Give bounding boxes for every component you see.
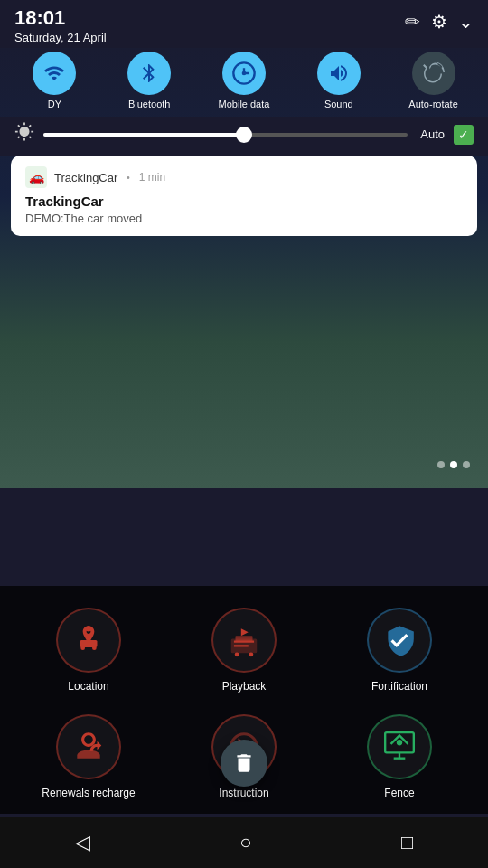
notif-body: DEMO:The car moved — [25, 212, 463, 225]
tile-bluetooth[interactable]: Bluetooth — [117, 52, 181, 109]
renewals-icon — [56, 714, 121, 779]
status-time: 18:01 — [14, 7, 107, 29]
app-fence-label: Fence — [384, 787, 414, 799]
svg-point-5 — [92, 646, 97, 650]
app-fortification[interactable]: Fortification — [329, 608, 470, 693]
svg-rect-9 — [236, 636, 253, 641]
back-button[interactable]: ◁ — [57, 824, 108, 862]
tile-sound-label: Sound — [324, 99, 353, 109]
delete-fab[interactable] — [221, 740, 267, 787]
dot-1 — [437, 461, 445, 468]
status-date: Saturday, 21 April — [14, 31, 107, 44]
dot-2 — [450, 461, 457, 468]
tile-wifi-label: DY — [48, 99, 61, 109]
top-panel: 18:01 Saturday, 21 April ✏ ⚙ ⌄ DY — [0, 0, 488, 236]
svg-marker-10 — [241, 628, 249, 636]
fence-icon — [367, 714, 432, 779]
status-bar: 18:01 Saturday, 21 April ✏ ⚙ ⌄ — [0, 0, 488, 48]
tile-wifi[interactable]: DY — [23, 52, 86, 109]
nav-bar: ◁ ○ □ — [0, 817, 488, 868]
app-fence[interactable]: Fence — [329, 714, 470, 799]
tile-mobiledata-label: Mobile data — [219, 99, 270, 109]
notif-title: TrackingCar — [25, 193, 463, 209]
autorotate-icon — [412, 52, 455, 95]
brightness-row: Auto ✓ — [0, 117, 488, 156]
location-icon — [56, 608, 121, 673]
app-renewals[interactable]: Renewals recharge — [18, 714, 159, 799]
notif-app-name: TrackingCar — [54, 171, 117, 184]
bluetooth-icon — [127, 52, 171, 95]
tile-mobiledata[interactable]: Mobile data — [212, 52, 276, 109]
app-location-label: Location — [68, 680, 108, 693]
svg-point-1 — [242, 71, 247, 76]
tile-bluetooth-label: Bluetooth — [128, 99, 170, 109]
svg-point-4 — [80, 646, 85, 650]
notif-app-icon: 🚗 — [25, 166, 47, 188]
settings-icon[interactable]: ⚙ — [431, 11, 447, 33]
wifi-icon — [33, 52, 76, 95]
sound-icon — [317, 52, 361, 95]
playback-icon — [211, 608, 277, 673]
app-location[interactable]: Location — [18, 608, 159, 693]
app-fortification-label: Fortification — [371, 680, 427, 693]
dot-3 — [463, 461, 470, 468]
svg-point-12 — [397, 740, 402, 745]
svg-point-8 — [249, 652, 254, 656]
tile-autorotate[interactable]: Auto-rotate — [402, 52, 465, 109]
svg-point-7 — [235, 652, 239, 656]
home-button[interactable]: ○ — [221, 824, 269, 862]
app-playback[interactable]: Playback — [174, 608, 314, 693]
notification-card[interactable]: 🚗 TrackingCar • 1 min TrackingCar DEMO:T… — [11, 156, 477, 236]
fortification-icon — [367, 608, 432, 673]
app-instruction-label: Instruction — [219, 787, 268, 799]
tile-sound[interactable]: Sound — [307, 52, 371, 109]
app-renewals-label: Renewals recharge — [42, 787, 135, 799]
brightness-slider[interactable] — [43, 133, 408, 137]
auto-brightness-checkbox[interactable]: ✓ — [454, 125, 474, 145]
notif-time: 1 min — [139, 171, 165, 184]
auto-brightness-label: Auto — [420, 127, 445, 141]
tile-autorotate-label: Auto-rotate — [408, 99, 457, 109]
app-playback-label: Playback — [222, 680, 267, 693]
mobiledata-icon — [222, 52, 266, 95]
chevron-down-icon[interactable]: ⌄ — [458, 11, 474, 33]
quick-tiles: DY Bluetooth Mobile data — [0, 48, 488, 117]
notif-separator: • — [127, 173, 130, 183]
recents-button[interactable]: □ — [383, 824, 431, 862]
brightness-icon — [14, 122, 34, 146]
edit-icon[interactable]: ✏ — [405, 11, 420, 33]
